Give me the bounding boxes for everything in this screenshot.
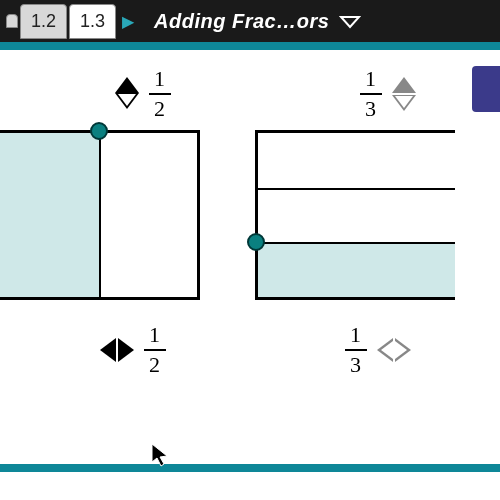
fraction-numerator: 1 [350,324,361,346]
fraction-numerator: 1 [154,68,165,90]
fraction-numerator: 1 [365,68,376,90]
svg-marker-1 [152,444,167,466]
left-numerator-spinner-h[interactable] [100,338,134,362]
svg-marker-0 [341,17,359,27]
side-widget[interactable] [472,66,500,112]
tab-prev[interactable]: 1.2 [20,4,67,39]
right-denominator-spinner-v[interactable] [392,77,416,111]
left-slider-handle[interactable] [90,122,108,140]
fraction-denominator: 3 [350,354,361,376]
tab-next-icon[interactable]: ▶ [122,12,134,31]
up-arrow-icon[interactable] [392,77,416,93]
left-bottom-fraction: 1 2 [144,324,166,376]
mouse-cursor-icon [150,442,170,468]
right-arrow-icon[interactable] [395,338,411,362]
left-top-fraction: 1 2 [149,68,171,120]
workspace: 1 2 1 2 [0,42,500,472]
right-fraction-box[interactable] [255,130,455,300]
left-arrow-icon[interactable] [100,338,116,362]
fraction-numerator: 1 [149,324,160,346]
left-denominator-spinner-v[interactable] [115,77,139,111]
fraction-panel-right: 1 3 1 3 [265,68,470,376]
tab-prev2[interactable] [6,14,18,28]
down-arrow-icon[interactable] [115,95,139,111]
right-bottom-fraction: 1 3 [345,324,367,376]
document-title: Adding Frac…ors [154,10,329,33]
title-dropdown-icon[interactable] [339,12,361,30]
fraction-panel-left: 1 2 1 2 [0,68,205,376]
top-toolbar: 1.2 1.3 ▶ Adding Frac…ors [0,0,500,42]
fraction-denominator: 3 [365,98,376,120]
right-top-fraction: 1 3 [360,68,382,120]
right-arrow-icon[interactable] [118,338,134,362]
left-fraction-box[interactable] [0,130,200,300]
down-arrow-icon[interactable] [392,95,416,111]
tab-current[interactable]: 1.3 [69,4,116,39]
up-arrow-icon[interactable] [115,77,139,93]
right-numerator-spinner-h[interactable] [377,338,411,362]
left-arrow-icon[interactable] [377,338,393,362]
fraction-denominator: 2 [149,354,160,376]
fraction-denominator: 2 [154,98,165,120]
